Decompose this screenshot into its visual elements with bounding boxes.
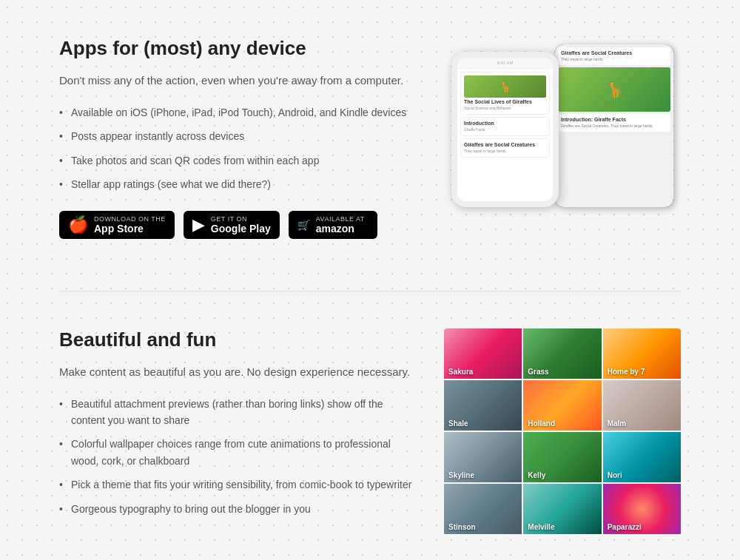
amazon-top-label: Available at <box>316 215 365 223</box>
bullet-theme: Pick a theme that fits your writing sens… <box>59 476 414 493</box>
phone-card-intro: Introduction Giraffe Facts <box>460 117 550 136</box>
amazon-name-label: amazon <box>316 223 365 235</box>
beautiful-title: Beautiful and fun <box>59 328 414 351</box>
beautiful-section: Beautiful and fun Make content as beauti… <box>59 306 681 558</box>
amazon-button[interactable]: 🛒 Available at amazon <box>289 211 377 239</box>
back-card-2: Introduction: Giraffe Facts Giraffes are… <box>558 114 670 132</box>
bullet-photos: Take photos and scan QR codes from withi… <box>59 152 414 169</box>
wallpaper-paparazzi: Paparazzi <box>603 484 681 534</box>
phone-card-social: Giraffes are Social Creatures They trave… <box>460 138 550 158</box>
phone-content: 🦒 The Social Lives of Giraffes Social Sc… <box>457 69 553 201</box>
beautiful-description: Make content as beautiful as you are. No… <box>59 363 414 381</box>
googleplay-top-label: GET IT ON <box>211 215 271 223</box>
wallpaper-melville: Melville <box>523 484 601 534</box>
play-icon: ▶ <box>192 217 205 233</box>
wallpaper-homeby7: Home by 7 <box>603 328 681 379</box>
phone-mockup-container: Giraffes are Social Creatures They trave… <box>451 37 673 215</box>
section-divider <box>59 291 681 291</box>
wallpaper-grid: Sakura Grass Home by 7 Shale Holland Mal… <box>444 328 681 536</box>
wallpaper-sakura: Sakura <box>444 328 522 379</box>
wallpaper-malm: Malm <box>603 380 681 431</box>
phone-card-giraffe: 🦒 The Social Lives of Giraffes Social Sc… <box>460 72 550 115</box>
appstore-button[interactable]: 🍎 Download on the App Store <box>59 211 175 239</box>
beautiful-image: Sakura Grass Home by 7 Shale Holland Mal… <box>444 328 681 536</box>
apps-description: Don't miss any of the action, even when … <box>59 72 414 90</box>
bullet-attachments: Beautiful attachment previews (rather th… <box>59 396 414 429</box>
bullet-wallpapers: Colorful wallpaper choices range from cu… <box>59 436 414 469</box>
beautiful-content: Beautiful and fun Make content as beauti… <box>59 328 444 535</box>
appstore-name-label: App Store <box>94 223 166 235</box>
wallpaper-grass: Grass <box>523 328 601 379</box>
wallpaper-skyline: Skyline <box>444 432 522 482</box>
bullet-posts: Posts appear instantly across devices <box>59 128 414 144</box>
googleplay-name-label: Google Play <box>211 223 271 235</box>
apps-section: Apps for (most) any device Don't miss an… <box>59 15 681 261</box>
bullet-typography: Gorgeous typography to bring out the blo… <box>59 501 414 517</box>
back-card-1: Giraffes are Social Creatures They trave… <box>558 47 670 65</box>
apple-icon: 🍎 <box>68 217 88 233</box>
wallpaper-shale: Shale <box>444 380 522 431</box>
bullet-ios: Available on iOS (iPhone, iPad, iPod Tou… <box>59 104 414 121</box>
android-screen: Giraffes are Social Creatures They trave… <box>555 44 673 207</box>
bullet-ratings: Stellar app ratings (see what we did the… <box>59 176 414 192</box>
appstore-top-label: Download on the <box>94 215 166 223</box>
ios-phone-mockup: 9:41 AM 🦒 The Social Lives of Giraffes S… <box>451 52 559 207</box>
wallpaper-nori: Nori <box>603 432 681 482</box>
wallpaper-stinson: Stinson <box>444 484 522 534</box>
apps-title: Apps for (most) any device <box>59 37 414 60</box>
googleplay-button[interactable]: ▶ GET IT ON Google Play <box>184 211 280 239</box>
phone-header: 9:41 AM <box>457 58 553 69</box>
wallpaper-kelly: Kelly <box>523 432 601 482</box>
amazon-icon: 🛒 <box>297 220 310 230</box>
android-phone-mockup: Giraffes are Social Creatures They trave… <box>555 44 673 207</box>
page-container: Apps for (most) any device Don't miss an… <box>0 0 740 560</box>
apps-content: Apps for (most) any device Don't miss an… <box>59 37 444 239</box>
store-buttons: 🍎 Download on the App Store ▶ GET IT ON … <box>59 211 414 239</box>
ios-screen: 9:41 AM 🦒 The Social Lives of Giraffes S… <box>457 58 553 201</box>
wallpaper-holland: Holland <box>523 380 601 431</box>
apps-bullet-list: Available on iOS (iPhone, iPad, iPod Tou… <box>59 104 414 193</box>
beautiful-bullet-list: Beautiful attachment previews (rather th… <box>59 396 414 517</box>
apps-image: Giraffes are Social Creatures They trave… <box>444 37 681 215</box>
